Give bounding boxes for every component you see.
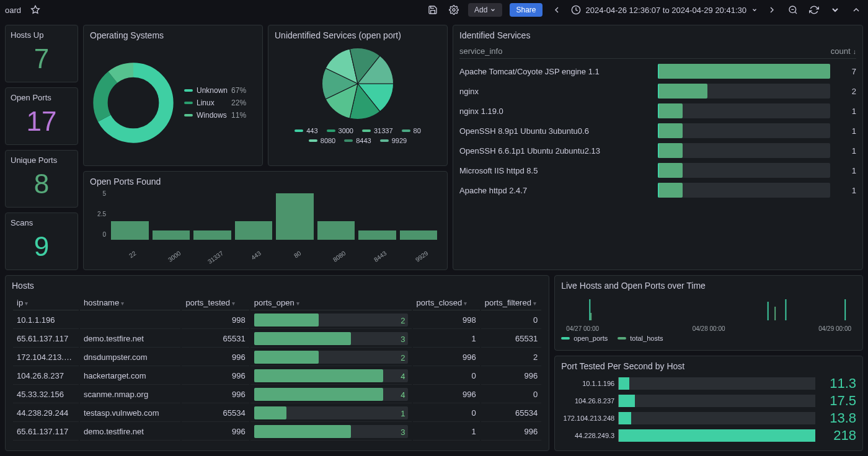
dashboard-title-fragment: oard xyxy=(5,6,21,15)
hosts-panel[interactable]: Hosts ip▾hostname▾ports_tested▾ports_ope… xyxy=(5,275,549,451)
gear-icon[interactable] xyxy=(447,3,461,17)
filter-icon[interactable]: ▾ xyxy=(121,300,124,307)
filter-icon[interactable]: ▾ xyxy=(464,300,467,307)
table-row[interactable]: 65.61.137.117demo.testfire.net6553131655… xyxy=(13,330,541,348)
service-row[interactable]: nginx2 xyxy=(459,81,856,101)
service-row[interactable]: OpenSSH 6.6.1p1 Ubuntu 2ubuntu2.131 xyxy=(459,141,856,160)
service-bar xyxy=(658,123,830,138)
pps-host: 172.104.213.248 xyxy=(561,414,618,422)
table-row[interactable]: 104.26.8.237hackertarget.com99640996 xyxy=(13,367,541,385)
bar-column[interactable]: 8443 xyxy=(358,190,396,249)
service-name: Apache httpd 2.4.7 xyxy=(459,186,658,195)
stat-panel-scans[interactable]: Scans9 xyxy=(5,213,78,270)
count-column-header[interactable]: count xyxy=(831,46,856,56)
zoom-out-icon[interactable] xyxy=(786,3,800,17)
legend-swatch xyxy=(184,102,193,104)
pps-value: 11.3 xyxy=(822,375,856,392)
pps-row[interactable]: 10.1.1.19611.3 xyxy=(561,375,856,392)
table-row[interactable]: 65.61.137.117demo.testfire.net99631996 xyxy=(13,423,541,441)
bar-label: 31337 xyxy=(206,250,224,265)
legend-item[interactable]: open_ports xyxy=(561,335,608,342)
bar-column[interactable]: 31337 xyxy=(193,190,231,249)
column-header-ports_tested[interactable]: ports_tested▾ xyxy=(182,296,249,310)
filter-icon[interactable]: ▾ xyxy=(25,300,28,307)
panel-title: Hosts xyxy=(12,281,542,291)
filter-icon[interactable]: ▾ xyxy=(296,300,299,307)
service-bar xyxy=(658,103,830,118)
refresh-dropdown-icon[interactable] xyxy=(828,3,842,17)
operating-systems-panel[interactable]: Operating Systems Unknown67%Linux22%Wind… xyxy=(83,25,263,166)
column-header-ip[interactable]: ip▾ xyxy=(13,296,79,310)
star-icon[interactable] xyxy=(29,3,42,17)
pps-bar xyxy=(618,429,815,442)
add-button[interactable]: Add xyxy=(468,3,502,17)
chevron-up-icon[interactable] xyxy=(849,3,863,17)
stats-column: Hosts Up7Open Ports17Unique Ports8Scans9 xyxy=(5,25,78,270)
filter-icon[interactable]: ▾ xyxy=(232,300,235,307)
legend-item[interactable]: Unknown67% xyxy=(184,86,246,95)
legend-item[interactable]: Linux22% xyxy=(184,99,246,107)
table-row[interactable]: 10.1.1.19699829980 xyxy=(13,312,541,329)
table-row[interactable]: 44.238.29.244testasp.vulnweb.com65534106… xyxy=(13,405,541,422)
table-row[interactable]: 172.104.213.248dnsdumpster.com99629962 xyxy=(13,349,541,366)
column-header-ports_open[interactable]: ports_open▾ xyxy=(250,296,412,310)
chevron-left-icon[interactable] xyxy=(550,3,564,17)
column-header-ports_filtered[interactable]: ports_filtered▾ xyxy=(481,296,541,310)
bar-column[interactable]: 443 xyxy=(235,190,273,249)
unidentified-services-panel[interactable]: Unidentified Services (open port) 443300… xyxy=(268,25,448,166)
bar-column[interactable]: 9929 xyxy=(400,190,438,249)
legend-item[interactable]: 9929 xyxy=(380,137,407,144)
legend-item[interactable]: 8443 xyxy=(344,137,371,144)
legend-swatch xyxy=(184,89,193,92)
legend-item[interactable]: 80 xyxy=(402,127,421,134)
legend-item[interactable]: 8080 xyxy=(309,137,335,144)
identified-services-panel[interactable]: Identified Services service_info count A… xyxy=(453,25,863,270)
bar-label: 3000 xyxy=(167,250,182,263)
legend-item[interactable]: total_hosts xyxy=(618,335,663,342)
legend-item[interactable]: Windows11% xyxy=(184,111,246,120)
bar-column[interactable]: 3000 xyxy=(153,190,190,249)
service-row[interactable]: nginx 1.19.01 xyxy=(459,101,856,121)
bar-column[interactable]: 8080 xyxy=(317,190,355,249)
legend-swatch xyxy=(344,139,353,142)
column-header-hostname[interactable]: hostname▾ xyxy=(80,296,180,310)
service-count: 7 xyxy=(838,67,856,76)
legend-item[interactable]: 3000 xyxy=(327,127,353,134)
bar-label: 22 xyxy=(128,250,137,259)
bar-column[interactable]: 22 xyxy=(111,190,149,249)
chevron-right-icon[interactable] xyxy=(765,3,779,17)
column-header-ports_closed[interactable]: ports_closed▾ xyxy=(413,296,480,310)
refresh-icon[interactable] xyxy=(807,3,821,17)
services-header: service_info count xyxy=(459,44,856,59)
service-row[interactable]: Apache Tomcat/Coyote JSP engine 1.17 xyxy=(459,61,856,81)
service-row[interactable]: OpenSSH 8.9p1 Ubuntu 3ubuntu0.61 xyxy=(459,121,856,141)
bar-column[interactable]: 80 xyxy=(276,190,314,249)
open-ports-found-panel[interactable]: Open Ports Found 52.50 22300031337443808… xyxy=(83,171,448,270)
legend-item[interactable]: 443 xyxy=(294,127,317,134)
filter-icon[interactable]: ▾ xyxy=(533,300,536,307)
bottom-row: Hosts ip▾hostname▾ports_tested▾ports_ope… xyxy=(5,275,863,451)
legend-item[interactable]: 31337 xyxy=(362,127,393,134)
pps-host: 104.26.8.237 xyxy=(561,397,618,405)
bar xyxy=(111,221,149,240)
stat-panel-unique-ports[interactable]: Unique Ports8 xyxy=(5,150,78,208)
stat-panel-hosts-up[interactable]: Hosts Up7 xyxy=(5,25,78,82)
stat-panel-open-ports[interactable]: Open Ports17 xyxy=(5,87,78,145)
service-count: 1 xyxy=(838,186,856,195)
pps-row[interactable]: 44.228.249.3218 xyxy=(561,427,856,444)
save-icon[interactable] xyxy=(426,3,440,17)
time-range-picker[interactable]: 2024-04-26 12:36:07 to 2024-04-29 20:41:… xyxy=(571,5,758,15)
port-tested-per-second-panel[interactable]: Port Tested Per Second by Host 10.1.1.19… xyxy=(554,356,863,451)
panel-title: Identified Services xyxy=(459,30,856,40)
service-row[interactable]: Apache httpd 2.4.71 xyxy=(459,180,856,200)
service-row[interactable]: Microsoft IIS httpd 8.51 xyxy=(459,160,856,180)
service-name: OpenSSH 8.9p1 Ubuntu 3ubuntu0.6 xyxy=(459,126,658,136)
service-count: 1 xyxy=(838,107,856,116)
table-row[interactable]: 45.33.32.156scanme.nmap.org99649960 xyxy=(13,386,541,403)
pps-host: 10.1.1.196 xyxy=(561,380,618,387)
pps-row[interactable]: 104.26.8.23717.5 xyxy=(561,392,856,410)
live-hosts-panel[interactable]: Live Hosts and Open Ports over Time 04/2… xyxy=(554,275,863,351)
share-button[interactable]: Share xyxy=(510,3,542,17)
legend-swatch xyxy=(309,139,317,142)
pps-row[interactable]: 172.104.213.24813.8 xyxy=(561,410,856,427)
